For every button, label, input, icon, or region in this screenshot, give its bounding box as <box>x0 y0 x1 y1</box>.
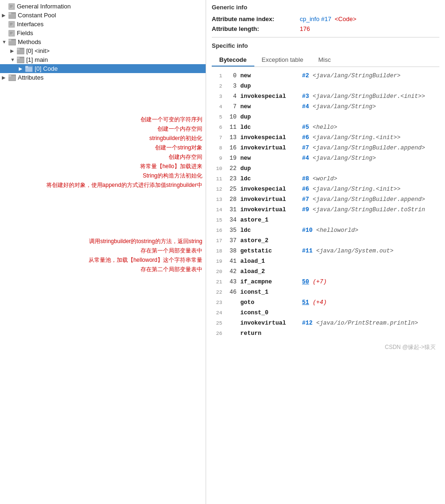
bc-args: #10 <helloworld> <box>300 225 439 236</box>
bc-ref[interactable]: #4 <box>302 104 309 110</box>
annotation-0: 创建一个可变的字符序列 <box>5 115 206 124</box>
bc-args <box>300 163 439 174</box>
bc-args <box>300 308 439 318</box>
attr-length-label: Attribute length: <box>212 25 296 32</box>
tree-label-method-0-init: [0] <init> <box>26 47 50 54</box>
folder-icon-interfaces <box>8 21 15 28</box>
watermark: CSDN @缘起->猿灭 <box>212 339 439 353</box>
bc-type: <world> <box>312 176 337 182</box>
tree-item-fields[interactable]: Fields <box>0 29 206 37</box>
bc-type: <java/io/PrintStream.println> <box>316 320 418 326</box>
bc-offset: 43 <box>224 277 238 287</box>
tree-item-attributes[interactable]: ▶ Attributes <box>0 73 206 82</box>
tree-item-method-1-code[interactable]: ▶ [0] Code <box>0 64 206 73</box>
bytecode-row: 24iconst_0 <box>212 308 439 318</box>
bc-opcode: invokevirtual <box>238 194 300 205</box>
tree-section: General Information▶ Constant Pool Inter… <box>0 0 206 84</box>
annotation-14: 存在第一个局部变量表中 <box>5 246 206 255</box>
bc-ref[interactable]: #12 <box>302 320 313 326</box>
folder-icon-fields <box>8 30 15 37</box>
bc-ref[interactable]: #9 <box>302 207 309 213</box>
bc-offset: 41 <box>224 256 238 267</box>
bc-ref[interactable]: #7 <box>302 196 309 203</box>
bc-ref[interactable]: #3 <box>302 93 309 100</box>
bc-ref[interactable]: 50 <box>302 279 309 285</box>
bc-type: (+7) <box>312 279 326 285</box>
tree-arrow-method-1-main: ▼ <box>10 57 17 62</box>
bc-opcode: invokespecial <box>238 133 300 143</box>
bc-ref[interactable]: #5 <box>302 124 309 131</box>
bc-ref[interactable]: #4 <box>302 155 309 162</box>
bc-ref[interactable]: #2 <box>302 73 309 79</box>
bc-linenum: 14 <box>212 205 224 215</box>
bc-ref[interactable]: #8 <box>302 176 309 182</box>
bc-args <box>300 81 439 91</box>
annotation-15: 从常量池，加载【helloword】这个字符串常量 <box>5 255 206 265</box>
tree-item-interfaces[interactable]: Interfaces <box>0 20 206 29</box>
bc-offset: 0 <box>224 71 238 81</box>
annotation-text-4: 创建内存空间 <box>169 152 202 162</box>
bc-opcode: dup <box>238 163 300 174</box>
bc-args: 51 (+4) <box>300 297 439 308</box>
tab-misc[interactable]: Misc <box>311 54 338 67</box>
attr-name-index-link[interactable]: cp_info #17 <box>300 15 331 22</box>
bc-ref[interactable]: #6 <box>302 186 309 193</box>
bc-type: <java/lang/String.<init>> <box>312 134 400 141</box>
bc-opcode: ldc <box>238 122 300 133</box>
bc-linenum: 6 <box>212 122 224 133</box>
bc-ref[interactable]: #6 <box>302 134 309 141</box>
bc-opcode: dup <box>238 81 300 91</box>
tree-label-methods: Methods <box>18 38 41 45</box>
bc-opcode: if_acmpne <box>238 277 300 287</box>
bc-linenum: 5 <box>212 112 224 122</box>
bc-offset <box>224 297 238 308</box>
bc-offset: 46 <box>224 287 238 297</box>
tab-bytecode[interactable]: Bytecode <box>212 54 254 67</box>
bc-opcode: astore_2 <box>238 236 300 246</box>
bc-args: #7 <java/lang/StringBuilder.append> <box>300 143 439 153</box>
bc-offset: 31 <box>224 205 238 215</box>
bc-args: #2 <java/lang/StringBuilder> <box>300 71 439 81</box>
bc-opcode: new <box>238 153 300 163</box>
tree-label-constant-pool: Constant Pool <box>18 12 56 19</box>
tree-item-constant-pool[interactable]: ▶ Constant Pool <box>0 11 206 20</box>
bc-ref[interactable]: #11 <box>302 248 313 254</box>
bc-offset: 3 <box>224 81 238 91</box>
specific-info-title: Specific info <box>212 42 439 50</box>
bytecode-row: 1941aload_1 <box>212 256 439 267</box>
svg-rect-7 <box>10 23 13 23</box>
annotation-text-2: stringbuilder的初始化 <box>149 133 202 143</box>
tab-exception-table[interactable]: Exception table <box>254 54 311 67</box>
svg-rect-2 <box>10 6 13 7</box>
bytecode-row: 1737astore_2 <box>212 236 439 246</box>
annotation-4: 创建内存空间 <box>5 152 206 162</box>
bytecode-row: 23goto51 (+4) <box>212 297 439 308</box>
bc-offset: 19 <box>224 153 238 163</box>
bc-args <box>300 267 439 277</box>
tree-item-methods[interactable]: ▼ Methods <box>0 37 206 46</box>
bc-args: #7 <java/lang/StringBuilder.append> <box>300 194 439 205</box>
tree-item-method-0-init[interactable]: ▶ [0] <init> <box>0 46 206 55</box>
annotation-text-14: 存在第一个局部变量表中 <box>141 246 202 255</box>
bc-ref[interactable]: 51 <box>302 299 309 306</box>
bc-type: (+4) <box>312 299 326 306</box>
attr-name-index-value: cp_info #17 <Code> <box>300 15 356 22</box>
tabs-bar: BytecodeException tableMisc <box>212 54 439 67</box>
tree-item-general-info[interactable]: General Information <box>0 2 206 11</box>
bc-offset: 10 <box>224 112 238 122</box>
bc-offset: 13 <box>224 133 238 143</box>
bc-offset <box>224 318 238 328</box>
tree-item-method-1-main[interactable]: ▼ [1] main <box>0 55 206 64</box>
bc-opcode: iconst_1 <box>238 287 300 297</box>
annotation-text-6: String的构造方法初始化 <box>143 171 202 180</box>
attr-length-row: Attribute length: 176 <box>212 25 439 32</box>
bc-args: #8 <world> <box>300 174 439 184</box>
bc-linenum: 20 <box>212 267 224 277</box>
bc-ref[interactable]: #10 <box>302 227 313 234</box>
bc-args <box>300 236 439 246</box>
tree-arrow-constant-pool: ▶ <box>2 13 8 18</box>
attr-length-value: 176 <box>300 25 310 32</box>
bc-linenum: 24 <box>212 308 224 318</box>
annotation-6: String的构造方法初始化 <box>5 171 206 180</box>
bc-ref[interactable]: #7 <box>302 145 309 151</box>
